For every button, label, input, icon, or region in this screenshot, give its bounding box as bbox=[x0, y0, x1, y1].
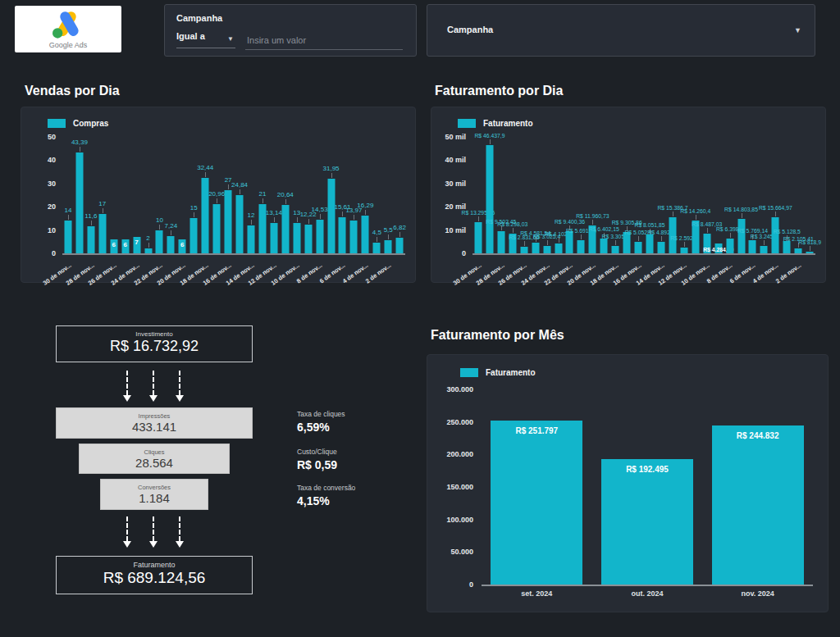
bar-group: R$ 8.487,03 bbox=[701, 137, 713, 253]
bar-value-label: 15 bbox=[190, 204, 198, 212]
y-tick-label: 10 bbox=[48, 226, 56, 234]
cliques-box: Cliques 28.564 bbox=[79, 444, 230, 474]
label-connector bbox=[262, 198, 263, 203]
bar-group: 43,39 bbox=[74, 137, 85, 253]
y-tick-label: 0 bbox=[462, 249, 466, 257]
bar-group: R$ 3.245,6 bbox=[758, 137, 769, 253]
google-ads-logo-card: Google Ads bbox=[15, 6, 121, 52]
down-arrow-icon bbox=[179, 371, 180, 402]
campaign-dropdown[interactable]: Campanha ▼ bbox=[427, 4, 815, 57]
bar bbox=[646, 234, 654, 253]
label-connector bbox=[707, 228, 708, 233]
bar-group: R$ 5.052,9 bbox=[632, 137, 644, 253]
bar-group: R$ 15.664,97 bbox=[769, 137, 781, 253]
bar-group: 20,96 bbox=[211, 137, 222, 253]
bar bbox=[362, 216, 369, 253]
bar-value-label: 14 bbox=[65, 207, 72, 214]
chevron-down-icon: ▼ bbox=[794, 26, 801, 34]
bar bbox=[144, 248, 152, 253]
conversoes-value: 1.184 bbox=[101, 491, 208, 506]
label-connector bbox=[615, 240, 616, 245]
metric-custo-clique: Custo/Clique R$ 0,59 bbox=[297, 448, 337, 471]
bar bbox=[281, 205, 289, 253]
bar-value-label: 7 bbox=[135, 239, 138, 246]
bar-value-label: 11,6 bbox=[84, 212, 97, 220]
bar-group: R$ 251.797 bbox=[491, 389, 582, 585]
bar bbox=[760, 246, 768, 253]
metric-label: Custo/Clique bbox=[297, 448, 337, 456]
bar-group: R$ 9.502,45 bbox=[495, 137, 507, 253]
bar bbox=[213, 204, 221, 253]
label-connector bbox=[581, 234, 582, 239]
x-axis-labels: set. 2024out. 2024nov. 2024 bbox=[482, 589, 813, 606]
bar bbox=[749, 240, 756, 253]
legend: Faturamento bbox=[460, 368, 536, 377]
bar-group: 16,29 bbox=[359, 137, 371, 253]
metric-taxa-conversao: Taxa de conversão 4,15% bbox=[297, 484, 355, 507]
bar bbox=[327, 179, 335, 253]
faturamento-mes-title: Faturamento por Mês bbox=[431, 328, 564, 343]
investimento-label: Investimento bbox=[57, 326, 252, 338]
vendas-plot-area: 504030201001443,3911,6176672107,2461532,… bbox=[31, 137, 407, 281]
down-arrow-icon bbox=[153, 371, 154, 402]
cliques-value: 28.564 bbox=[80, 456, 229, 471]
bar-value-label: 6 bbox=[180, 241, 184, 248]
bar bbox=[236, 195, 244, 253]
label-connector bbox=[251, 220, 252, 225]
label-connector bbox=[810, 246, 810, 251]
legend-label: Faturamento bbox=[483, 119, 533, 128]
label-connector bbox=[559, 238, 559, 243]
bar bbox=[657, 242, 664, 253]
label-connector bbox=[68, 215, 69, 220]
down-arrow-icon bbox=[179, 516, 180, 548]
bar bbox=[783, 241, 791, 253]
bar-group: 12 bbox=[245, 137, 257, 253]
legend: Compras bbox=[48, 119, 108, 128]
label-connector bbox=[764, 240, 765, 245]
label-connector bbox=[673, 212, 673, 216]
down-arrow-icon bbox=[126, 371, 128, 402]
bar-value-label: 7,24 bbox=[165, 222, 178, 230]
bar-group: R$ 2.592,3 bbox=[678, 137, 690, 253]
label-connector bbox=[91, 221, 92, 225]
x-axis-labels: 30 de nov...28 de nov...26 de nov...24 d… bbox=[472, 257, 815, 283]
y-tick-label: 100.000 bbox=[446, 516, 473, 524]
bar-group: R$ 46.437,9 bbox=[484, 137, 495, 253]
y-tick-label: 50.000 bbox=[450, 548, 473, 556]
bar-group: R$ 11.960,73 bbox=[587, 137, 598, 253]
bar-group: R$ 4.284,99 bbox=[713, 137, 724, 253]
label-connector bbox=[308, 219, 309, 224]
label-connector bbox=[399, 232, 400, 237]
faturamento-value: R$ 689.124,56 bbox=[57, 569, 252, 588]
filter-operator-select[interactable]: Igual a ▼ bbox=[176, 31, 235, 48]
bar-group: 13 bbox=[291, 137, 303, 253]
bar bbox=[339, 217, 346, 253]
faturamento-por-dia-chart: Faturamento 50 mil40 mil30 mil20 mil10 m… bbox=[431, 107, 826, 283]
label-connector bbox=[524, 241, 525, 246]
cliques-label: Cliques bbox=[80, 444, 229, 456]
bar-group: R$ 6.398,5 bbox=[724, 137, 736, 253]
label-connector bbox=[205, 172, 206, 177]
bars-area: 1443,3911,6176672107,2461532,4420,962724… bbox=[62, 137, 405, 255]
filter-operator-value: Igual a bbox=[176, 31, 205, 41]
y-tick-label: 30 bbox=[48, 180, 56, 188]
y-tick-label: 250.000 bbox=[446, 418, 473, 426]
label-connector bbox=[592, 220, 593, 225]
x-tick-label: 2 de nov... bbox=[774, 262, 803, 285]
bar-value-label: 6,82 bbox=[393, 224, 406, 231]
bar bbox=[316, 220, 323, 253]
filter-value-input[interactable] bbox=[245, 31, 403, 50]
bar-value-label: 12 bbox=[248, 212, 255, 219]
legend-swatch bbox=[460, 368, 478, 377]
label-connector bbox=[171, 230, 171, 235]
metric-label: Taxa de cliques bbox=[297, 410, 345, 418]
label-connector bbox=[159, 225, 160, 230]
y-tick-label: 150.000 bbox=[446, 483, 473, 491]
bar bbox=[497, 231, 504, 253]
x-tick-label: nov. 2024 bbox=[712, 589, 804, 606]
bar bbox=[247, 225, 254, 253]
faturamento-por-mes-chart: Faturamento 300.000250.000200.000150.000… bbox=[427, 354, 829, 612]
impressoes-label: Impressões bbox=[57, 408, 252, 420]
bar-group: R$ 14.260,4 bbox=[690, 137, 701, 253]
label-connector bbox=[285, 199, 286, 204]
